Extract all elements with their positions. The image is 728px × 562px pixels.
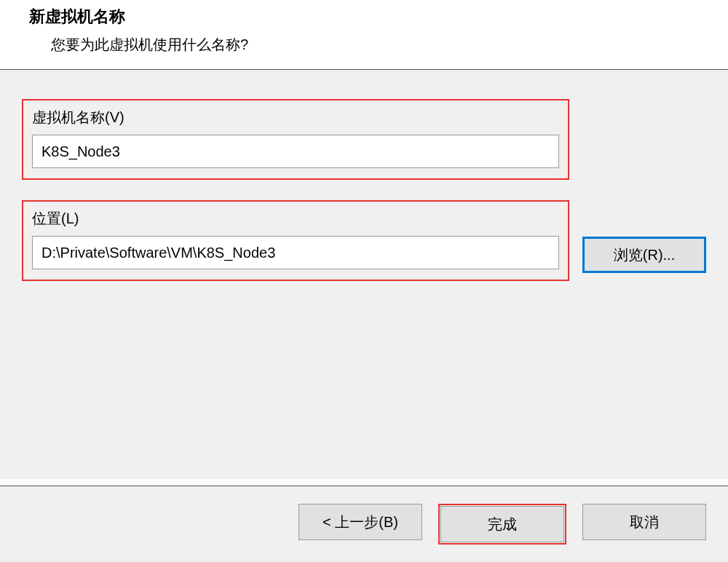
cancel-button[interactable]: 取消 [582,504,706,540]
wizard-footer: < 上一步(B) 完成 取消 [0,486,728,562]
location-label: 位置(L) [32,209,559,229]
location-input[interactable] [32,236,559,269]
back-button[interactable]: < 上一步(B) [298,504,422,540]
vm-name-group: 虚拟机名称(V) [22,99,569,180]
vm-name-input[interactable] [32,135,559,168]
finish-highlight: 完成 [438,504,566,545]
location-group: 位置(L) [22,200,569,281]
wizard-header: 新虚拟机名称 您要为此虚拟机使用什么名称? [0,0,728,69]
wizard-content: 虚拟机名称(V) 位置(L) 浏览(R)... [0,70,728,479]
page-title: 新虚拟机名称 [29,6,728,28]
finish-button[interactable]: 完成 [440,506,564,542]
vm-name-label: 虚拟机名称(V) [32,108,559,127]
browse-button[interactable]: 浏览(R)... [582,237,706,273]
page-subtitle: 您要为此虚拟机使用什么名称? [51,35,728,55]
